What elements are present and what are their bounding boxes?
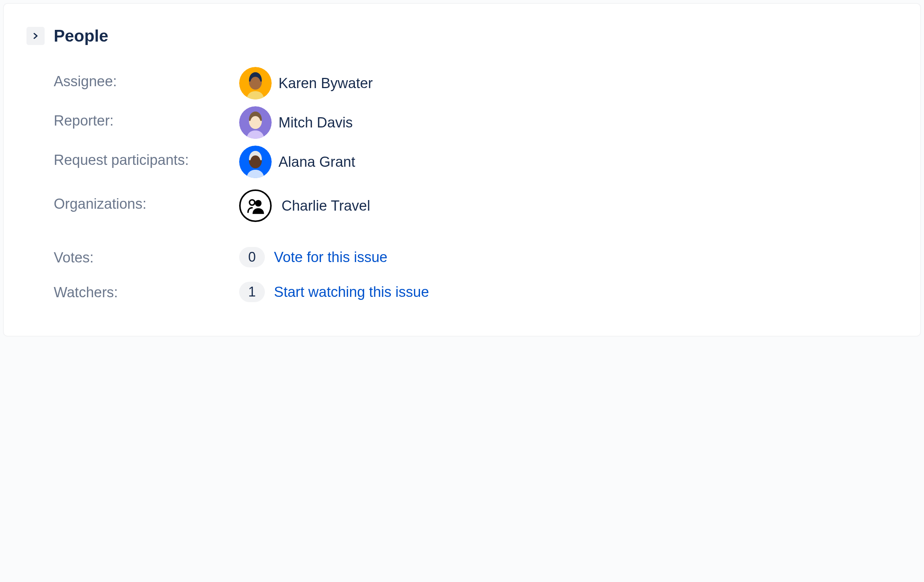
watch-link[interactable]: Start watching this issue	[274, 284, 429, 300]
watchers-label: Watchers:	[54, 278, 239, 303]
reporter-label: Reporter:	[54, 103, 239, 131]
expand-toggle[interactable]	[26, 27, 45, 45]
section-header[interactable]: People	[26, 26, 898, 45]
participants-label: Request participants:	[54, 142, 239, 171]
participant-name: Alana Grant	[279, 154, 355, 170]
organization-icon	[239, 189, 272, 222]
organizations-value[interactable]: Charlie Travel	[239, 186, 370, 225]
reporter-row: Reporter: Mitch Davis	[26, 103, 898, 142]
watchers-row: Watchers: 1 Start watching this issue	[26, 278, 898, 306]
svg-point-6	[249, 200, 255, 205]
votes-count: 0	[239, 247, 265, 267]
avatar	[239, 146, 272, 178]
assignee-row: Assignee: Karen Bywater	[26, 64, 898, 103]
organization-name: Charlie Travel	[282, 198, 370, 214]
assignee-value[interactable]: Karen Bywater	[239, 64, 373, 103]
votes-value: 0 Vote for this issue	[239, 243, 388, 271]
avatar	[239, 67, 272, 99]
votes-row: Votes: 0 Vote for this issue	[26, 243, 898, 271]
reporter-value[interactable]: Mitch Davis	[239, 103, 353, 142]
participants-row: Request participants: Alana Grant	[26, 142, 898, 181]
assignee-label: Assignee:	[54, 64, 239, 92]
organizations-label: Organizations:	[54, 186, 239, 214]
field-list: Assignee: Karen Bywater Reporter: Mitch …	[26, 64, 898, 306]
reporter-name: Mitch Davis	[279, 115, 353, 131]
people-panel: People Assignee: Karen Bywater Reporter:…	[3, 3, 921, 337]
avatar	[239, 106, 272, 139]
assignee-name: Karen Bywater	[279, 75, 373, 92]
svg-point-7	[255, 200, 261, 207]
watchers-count: 1	[239, 282, 265, 302]
vote-link[interactable]: Vote for this issue	[274, 249, 388, 265]
participants-value[interactable]: Alana Grant	[239, 142, 355, 181]
section-title: People	[54, 26, 108, 45]
watchers-value: 1 Start watching this issue	[239, 278, 429, 306]
chevron-right-icon	[31, 32, 40, 40]
organizations-row: Organizations: Charlie Travel	[26, 186, 898, 225]
spacer	[26, 225, 898, 243]
votes-label: Votes:	[54, 243, 239, 268]
